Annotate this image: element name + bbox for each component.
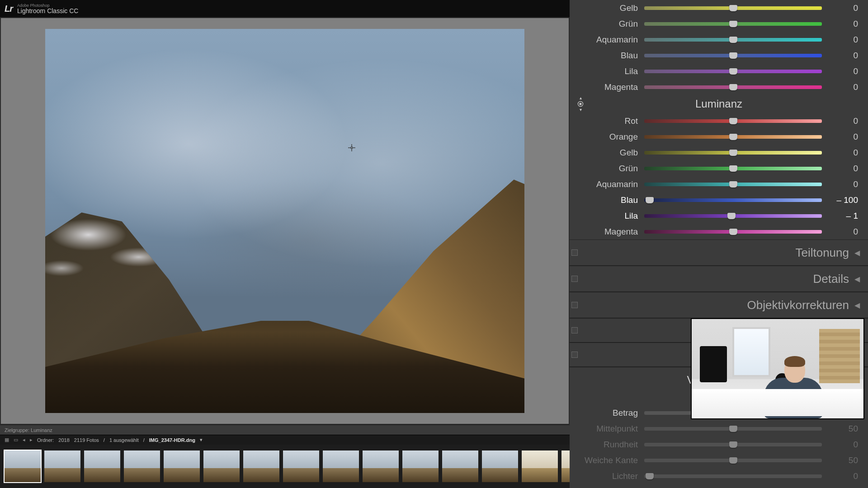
slider-track[interactable] xyxy=(644,167,822,170)
filmstrip-thumb[interactable] xyxy=(164,450,200,482)
filmstrip-thumb[interactable] xyxy=(84,450,120,482)
prev-icon[interactable]: ◂ xyxy=(23,437,25,443)
slider-value[interactable]: 0 xyxy=(822,19,858,29)
lum-magenta-row[interactable]: Magenta 0 xyxy=(570,224,868,239)
panel-enable-toggle[interactable] xyxy=(571,249,578,256)
slider-thumb[interactable] xyxy=(727,213,736,219)
vignette-lichter-row[interactable]: Lichter 0 xyxy=(570,468,868,484)
panel-enable-toggle[interactable] xyxy=(571,352,578,358)
slider-value[interactable]: 0 xyxy=(822,148,858,158)
slider-value[interactable]: – 100 xyxy=(822,195,858,205)
sat-gelb-row[interactable]: Gelb 0 xyxy=(570,0,868,16)
filmstrip-thumb[interactable] xyxy=(44,450,80,482)
slider-thumb[interactable] xyxy=(729,68,737,75)
vignette-mittelpunkt-row[interactable]: Mittelpunkt 50 xyxy=(570,421,868,436)
filename-dropdown-icon[interactable]: ▾ xyxy=(200,437,203,443)
next-icon[interactable]: ▸ xyxy=(30,437,33,443)
photo-preview[interactable] xyxy=(45,29,524,413)
slider-track[interactable] xyxy=(644,6,822,10)
slider-track[interactable] xyxy=(644,214,822,218)
grid-view-icon[interactable]: ▦ xyxy=(5,437,9,443)
slider-value[interactable]: 0 xyxy=(822,116,858,126)
lum-rot-row[interactable]: Rot 0 xyxy=(570,113,868,129)
slider-thumb[interactable] xyxy=(729,134,737,140)
filmstrip-thumb[interactable] xyxy=(402,450,439,482)
slider-value[interactable]: 0 xyxy=(822,35,858,45)
slider-track[interactable] xyxy=(644,183,822,186)
slider-track[interactable] xyxy=(644,54,822,57)
slider-thumb[interactable] xyxy=(729,229,737,235)
panel-details[interactable]: Details ◀ xyxy=(570,266,868,292)
compare-view-icon[interactable]: ▭ xyxy=(14,437,18,443)
lum-orange-row[interactable]: Orange 0 xyxy=(570,129,868,145)
slider-track[interactable] xyxy=(644,70,822,73)
slider-track[interactable] xyxy=(644,230,822,234)
sat-gruen-row[interactable]: Grün 0 xyxy=(570,16,868,32)
slider-track[interactable] xyxy=(644,119,822,123)
lum-lila-row[interactable]: Lila – 1 xyxy=(570,208,868,224)
sat-lila-row[interactable]: Lila 0 xyxy=(570,63,868,79)
slider-track[interactable] xyxy=(644,198,822,202)
slider-track[interactable] xyxy=(644,474,822,478)
filmstrip-thumb[interactable] xyxy=(283,450,319,482)
filmstrip-thumb[interactable] xyxy=(522,450,558,482)
slider-thumb[interactable] xyxy=(729,5,737,11)
panel-teiltonung[interactable]: Teiltonung ◀ xyxy=(570,239,868,266)
collapse-icon[interactable]: ◀ xyxy=(854,249,860,257)
slider-value[interactable]: 0 xyxy=(822,440,858,450)
slider-thumb[interactable] xyxy=(646,473,654,479)
slider-value[interactable]: – 1 xyxy=(822,211,858,221)
lum-aqua-row[interactable]: Aquamarin 0 xyxy=(570,176,868,192)
filmstrip-thumb[interactable] xyxy=(363,450,399,482)
sat-magenta-row[interactable]: Magenta 0 xyxy=(570,79,868,95)
slider-thumb[interactable] xyxy=(729,457,737,464)
sat-blau-row[interactable]: Blau 0 xyxy=(570,47,868,63)
slider-track[interactable] xyxy=(644,85,822,89)
collapse-icon[interactable]: ◀ xyxy=(854,301,860,310)
slider-thumb[interactable] xyxy=(729,21,737,27)
filmstrip-thumb[interactable] xyxy=(243,450,279,482)
panel-enable-toggle[interactable] xyxy=(571,276,578,282)
slider-value[interactable]: 0 xyxy=(822,132,858,142)
vignette-weiche-row[interactable]: Weiche Kante 50 xyxy=(570,452,868,468)
slider-track[interactable] xyxy=(644,427,822,431)
slider-value[interactable]: 0 xyxy=(822,82,858,92)
collapse-icon[interactable]: ◀ xyxy=(854,275,860,283)
panel-enable-toggle[interactable] xyxy=(571,302,578,308)
slider-track[interactable] xyxy=(644,135,822,139)
lum-blau-row[interactable]: Blau – 100 xyxy=(570,192,868,208)
slider-thumb[interactable] xyxy=(729,426,737,432)
target-adjustment-tool-icon[interactable]: ▴ ▾ xyxy=(574,96,587,112)
filmstrip-thumb[interactable] xyxy=(203,450,240,482)
slider-thumb[interactable] xyxy=(646,197,654,203)
filmstrip-thumb[interactable] xyxy=(561,450,570,482)
slider-value[interactable]: 50 xyxy=(822,424,858,434)
slider-thumb[interactable] xyxy=(729,118,737,124)
filmstrip-thumb[interactable] xyxy=(124,450,160,482)
preview-canvas[interactable] xyxy=(0,17,570,425)
lum-gelb-row[interactable]: Gelb 0 xyxy=(570,145,868,160)
panel-objektiv[interactable]: Objektivkorrekturen ◀ xyxy=(570,292,868,318)
slider-value[interactable]: 0 xyxy=(822,164,858,174)
sat-aqua-row[interactable]: Aquamarin 0 xyxy=(570,32,868,47)
slider-value[interactable]: 0 xyxy=(822,471,858,481)
slider-value[interactable]: 0 xyxy=(822,51,858,61)
slider-thumb[interactable] xyxy=(729,37,737,43)
slider-thumb[interactable] xyxy=(729,181,737,188)
slider-thumb[interactable] xyxy=(729,165,737,172)
slider-track[interactable] xyxy=(644,459,822,462)
slider-track[interactable] xyxy=(644,443,822,446)
vignette-rundheit-row[interactable]: Rundheit 0 xyxy=(570,436,868,452)
filmstrip[interactable] xyxy=(0,445,570,488)
panel-enable-toggle[interactable] xyxy=(571,327,578,333)
slider-thumb[interactable] xyxy=(729,84,737,90)
filmstrip-thumb[interactable] xyxy=(323,450,359,482)
filmstrip-thumb[interactable] xyxy=(5,450,41,482)
slider-value[interactable]: 0 xyxy=(822,3,858,13)
slider-value[interactable]: 50 xyxy=(822,455,858,465)
slider-value[interactable]: 0 xyxy=(822,179,858,189)
slider-thumb[interactable] xyxy=(729,150,737,156)
slider-track[interactable] xyxy=(644,38,822,42)
develop-panel[interactable]: Gelb 0 Grün 0 Aquamarin 0 Blau 0 Lila 0 … xyxy=(570,0,868,488)
slider-track[interactable] xyxy=(644,151,822,155)
